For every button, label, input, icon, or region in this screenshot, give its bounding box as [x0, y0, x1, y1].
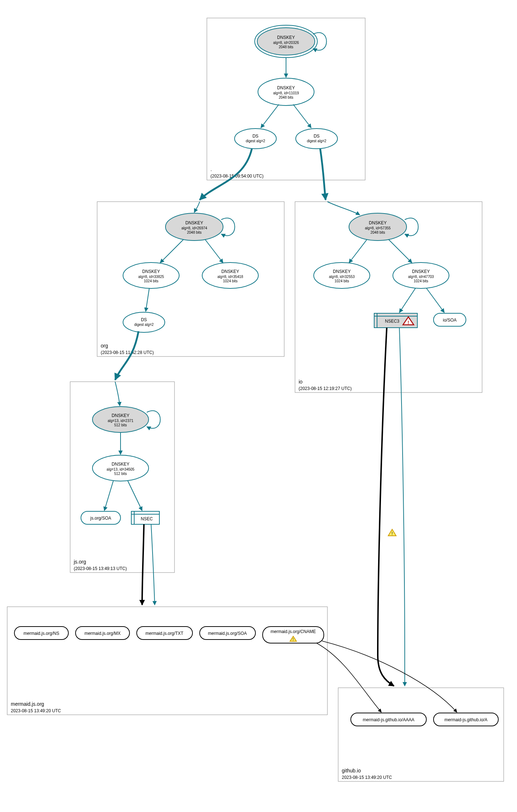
- svg-text:!: !: [408, 320, 409, 325]
- svg-text:alg=8, id=26974: alg=8, id=26974: [181, 226, 207, 230]
- node-org-ksk[interactable]: DNSKEY alg=8, id=26974 2048 bits: [165, 213, 223, 241]
- edge-jsorg-zsk-nsec: [128, 481, 142, 511]
- node-m-txt[interactable]: mermaid.js.org/TXT: [137, 627, 192, 640]
- edge-jsorg-mermaid-teal: [151, 524, 155, 605]
- edge-io-zsk2-nsec3: [399, 288, 416, 313]
- svg-text:2048 bits: 2048 bits: [279, 95, 294, 99]
- svg-text:DNSKEY: DNSKEY: [221, 269, 239, 274]
- node-m-cname[interactable]: mermaid.js.org/CNAME !: [263, 627, 324, 643]
- node-root-ksk[interactable]: DNSKEY alg=8, id=20326 2048 bits: [255, 25, 317, 58]
- warning-icon: !: [388, 529, 396, 536]
- cluster-root: . (2023-08-15 09:54:00 UTC) DNSKEY alg=8…: [207, 18, 365, 180]
- edge-root-zsk-ds2: [293, 104, 311, 128]
- cluster-org-label: org: [101, 343, 108, 349]
- svg-text:DNSKEY: DNSKEY: [142, 269, 160, 274]
- svg-text:512 bits: 512 bits: [114, 423, 127, 427]
- svg-text:digest alg=2: digest alg=2: [307, 139, 327, 143]
- svg-text:DNSKEY: DNSKEY: [277, 35, 295, 40]
- node-m-ns[interactable]: mermaid.js.org/NS: [14, 627, 68, 640]
- cluster-io: io (2023-08-15 12:19:27 UTC) DNSKEY alg=…: [295, 202, 482, 392]
- svg-text:alg=8, id=35418: alg=8, id=35418: [217, 275, 243, 279]
- svg-text:2048 bits: 2048 bits: [187, 230, 202, 234]
- svg-text:mermaid.js.org/NS: mermaid.js.org/NS: [23, 631, 59, 636]
- cluster-jsorg-timestamp: (2023-08-15 13:49:13 UTC): [74, 566, 127, 571]
- svg-point-10: [235, 129, 276, 149]
- svg-text:1024 bits: 1024 bits: [223, 279, 238, 283]
- node-jsorg-zsk[interactable]: DNSKEY alg=13, id=34505 512 bits: [92, 455, 149, 481]
- cluster-mermaidjsorg-label: mermaid.js.org: [11, 701, 44, 707]
- svg-text:mermaid.js.org/MX: mermaid.js.org/MX: [85, 631, 121, 636]
- cluster-githubio-timestamp: 2023-08-15 13:49:20 UTC: [342, 775, 392, 780]
- edge-jsorg-mermaid-black: [142, 524, 144, 605]
- edge-root-ds2-io: [320, 149, 326, 200]
- svg-text:alg=13, id=34505: alg=13, id=34505: [106, 467, 135, 471]
- svg-point-13: [296, 129, 337, 149]
- svg-text:mermaid.js.org/SOA: mermaid.js.org/SOA: [208, 631, 247, 636]
- node-io-zsk1[interactable]: DNSKEY alg=8, id=32553 1024 bits: [314, 263, 370, 288]
- node-root-zsk[interactable]: DNSKEY alg=8, id=11019 2048 bits: [258, 78, 314, 106]
- svg-text:1024 bits: 1024 bits: [335, 279, 349, 283]
- svg-text:digest alg=2: digest alg=2: [246, 139, 266, 143]
- edge-org-ksk-zsk1: [160, 239, 183, 263]
- svg-text:digest alg=2: digest alg=2: [134, 323, 154, 327]
- svg-text:1024 bits: 1024 bits: [414, 279, 428, 283]
- node-jsorg-nsec[interactable]: NSEC: [131, 511, 159, 524]
- cluster-githubio: github.io 2023-08-15 13:49:20 UTC mermai…: [338, 688, 504, 781]
- node-org-ds[interactable]: DS digest alg=2: [123, 312, 165, 332]
- svg-text:!: !: [391, 531, 393, 536]
- edge-cname-aaaa: [317, 643, 381, 712]
- node-io-ksk[interactable]: DNSKEY alg=8, id=57355 2048 bits: [349, 213, 407, 241]
- node-root-ds2[interactable]: DS digest alg=2: [296, 129, 337, 149]
- svg-text:mermaid-js.github.io/AAAA: mermaid-js.github.io/AAAA: [363, 717, 414, 722]
- edge-into-org-ksk: [194, 202, 200, 212]
- node-gh-a[interactable]: mermaid-js.github.io/A: [434, 713, 498, 726]
- edge-cname-a: [322, 641, 457, 712]
- svg-text:NSEC: NSEC: [141, 516, 153, 521]
- edge-into-io-ksk: [327, 202, 360, 215]
- svg-text:mermaid-js.github.io/A: mermaid-js.github.io/A: [444, 717, 487, 722]
- node-gh-aaaa[interactable]: mermaid-js.github.io/AAAA: [351, 713, 426, 726]
- svg-text:NSEC3: NSEC3: [385, 319, 399, 324]
- node-jsorg-ksk[interactable]: DNSKEY alg=13, id=2371 512 bits: [92, 407, 149, 432]
- edge-io-zsk2-soa: [426, 288, 444, 313]
- svg-text:512 bits: 512 bits: [114, 472, 127, 476]
- edge-jsorg-zsk-soa: [104, 481, 113, 511]
- node-root-ds1[interactable]: DS digest alg=2: [235, 129, 276, 149]
- svg-text:alg=8, id=47703: alg=8, id=47703: [408, 275, 434, 279]
- edge-org-ds-jsorg: [115, 331, 139, 380]
- svg-text:js.org/SOA: js.org/SOA: [90, 516, 111, 521]
- svg-text:alg=8, id=33825: alg=8, id=33825: [138, 275, 164, 279]
- svg-text:2048 bits: 2048 bits: [371, 230, 385, 234]
- svg-text:DNSKEY: DNSKEY: [185, 220, 203, 225]
- edge-io-githubio-teal: [399, 328, 405, 686]
- cluster-org-timestamp: (2023-08-15 11:42:28 UTC): [101, 350, 154, 355]
- svg-text:alg=13, id=2371: alg=13, id=2371: [108, 419, 133, 423]
- svg-text:DNSKEY: DNSKEY: [369, 220, 386, 225]
- cluster-org: org (2023-08-15 11:42:28 UTC) DNSKEY alg…: [97, 202, 284, 356]
- svg-text:DNSKEY: DNSKEY: [277, 85, 295, 90]
- edge-org-ksk-zsk2: [205, 239, 223, 263]
- svg-point-29: [123, 312, 165, 332]
- cluster-mermaidjsorg-timestamp: 2023-08-15 13:49:20 UTC: [11, 708, 61, 713]
- edge-org-zsk1-ds: [146, 288, 149, 311]
- node-jsorg-soa[interactable]: js.org/SOA: [81, 511, 121, 524]
- svg-text:mermaid.js.org/CNAME: mermaid.js.org/CNAME: [271, 629, 316, 634]
- node-io-zsk2[interactable]: DNSKEY alg=8, id=47703 1024 bits: [393, 263, 449, 288]
- svg-text:2048 bits: 2048 bits: [279, 45, 294, 49]
- edge-io-githubio-black: [378, 328, 394, 686]
- edge-into-jsorg-ksk: [115, 382, 120, 406]
- svg-text:DS: DS: [253, 134, 259, 139]
- node-io-nsec3[interactable]: NSEC3 !: [374, 313, 417, 328]
- node-m-soa[interactable]: mermaid.js.org/SOA: [200, 627, 255, 640]
- node-io-soa[interactable]: io/SOA: [434, 313, 466, 326]
- svg-text:DNSKEY: DNSKEY: [112, 413, 129, 418]
- node-org-zsk2[interactable]: DNSKEY alg=8, id=35418 1024 bits: [202, 263, 258, 288]
- node-m-mx[interactable]: mermaid.js.org/MX: [76, 627, 130, 640]
- node-org-zsk1[interactable]: DNSKEY alg=8, id=33825 1024 bits: [123, 263, 179, 288]
- cluster-io-timestamp: (2023-08-15 12:19:27 UTC): [299, 386, 352, 391]
- cluster-mermaidjsorg: mermaid.js.org 2023-08-15 13:49:20 UTC m…: [7, 607, 327, 715]
- cluster-root-label: .: [210, 166, 212, 172]
- svg-text:mermaid.js.org/TXT: mermaid.js.org/TXT: [145, 631, 183, 636]
- svg-text:!: !: [293, 638, 294, 642]
- cluster-io-label: io: [299, 379, 303, 385]
